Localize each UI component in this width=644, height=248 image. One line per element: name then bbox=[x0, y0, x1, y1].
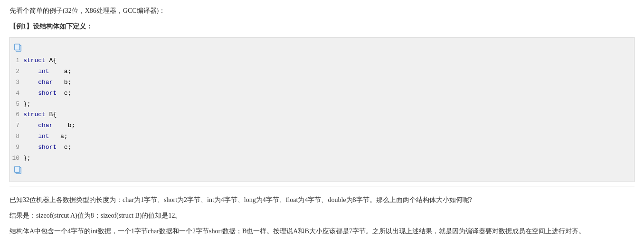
svg-rect-3 bbox=[15, 166, 20, 173]
code-line-5: 5 }; bbox=[10, 99, 634, 110]
copy-icon-svg bbox=[14, 43, 22, 52]
svg-rect-1 bbox=[15, 44, 20, 50]
line-content-2: int a; bbox=[23, 67, 71, 77]
code-line-8: 8 int a; bbox=[10, 131, 634, 142]
page-container: 先看个简单的例子(32位，X86处理器，GCC编译器)： 【例1】设结构体如下定… bbox=[0, 0, 644, 248]
code-line-9: 9 short c; bbox=[10, 142, 634, 153]
line-num-5: 5 bbox=[10, 100, 23, 110]
line-num-9: 9 bbox=[10, 143, 23, 153]
line-num-3: 3 bbox=[10, 78, 23, 88]
intro-line1: 先看个简单的例子(32位，X86处理器，GCC编译器)： bbox=[9, 5, 635, 17]
desc-para-1: 已知32位机器上各数据类型的长度为：char为1字节、short为2字节、int… bbox=[9, 194, 635, 207]
line-content-1: struct A{ bbox=[23, 56, 57, 66]
code-line-1: 1 struct A{ bbox=[10, 55, 634, 66]
code-line-6: 6 struct B{ bbox=[10, 110, 634, 120]
line-content-8: int a; bbox=[23, 132, 68, 142]
separator bbox=[9, 186, 635, 186]
line-num-7: 7 bbox=[10, 121, 23, 131]
kw-short-9: short bbox=[38, 144, 57, 151]
line-content-3: char b; bbox=[23, 78, 71, 88]
line-num-4: 4 bbox=[10, 89, 23, 99]
line-content-5: }; bbox=[23, 100, 31, 110]
code-line-2: 2 int a; bbox=[10, 66, 634, 77]
kw-int-8: int bbox=[38, 133, 49, 140]
line-num-10: 10 bbox=[10, 154, 23, 164]
line-content-9: short c; bbox=[23, 143, 71, 153]
code-line-4: 4 short c; bbox=[10, 88, 634, 99]
code-line-10: 10 }; bbox=[10, 153, 634, 164]
line-content-4: short c; bbox=[23, 89, 71, 99]
kw-char-3: char bbox=[38, 79, 53, 86]
line-content-6: struct B{ bbox=[23, 110, 57, 120]
desc-para-3: 结构体A中包含一个4字节的int数据，一个1字节char数据和一个2字节shor… bbox=[9, 225, 635, 238]
code-line-7: 7 char b; bbox=[10, 120, 634, 131]
line-num-1: 1 bbox=[10, 56, 23, 66]
kw-short-4: short bbox=[38, 90, 57, 97]
intro-line2: 【例1】设结构体如下定义： bbox=[9, 20, 635, 32]
code-block: 1 struct A{ 2 int a; 3 char b; 4 short c… bbox=[9, 37, 635, 182]
kw-struct-6: struct bbox=[23, 111, 46, 118]
line-num-8: 8 bbox=[10, 132, 23, 142]
desc-para-2: 结果是：sizeof(strcut A)值为8；sizeof(struct B)… bbox=[9, 210, 635, 222]
line-num-2: 2 bbox=[10, 67, 23, 77]
line-content-10: }; bbox=[23, 154, 31, 164]
line-num-6: 6 bbox=[10, 110, 23, 120]
copy-icon-bottom[interactable] bbox=[10, 164, 634, 178]
description-section: 已知32位机器上各数据类型的长度为：char为1字节、short为2字节、int… bbox=[9, 190, 635, 244]
line-content-7: char b; bbox=[23, 121, 75, 131]
kw-char-7: char bbox=[38, 122, 53, 129]
kw-int-2: int bbox=[38, 68, 49, 75]
copy-icon-top[interactable] bbox=[10, 41, 634, 55]
kw-struct-1: struct bbox=[23, 57, 46, 64]
code-line-3: 3 char b; bbox=[10, 77, 634, 88]
copy-icon-svg-bottom bbox=[14, 165, 22, 174]
